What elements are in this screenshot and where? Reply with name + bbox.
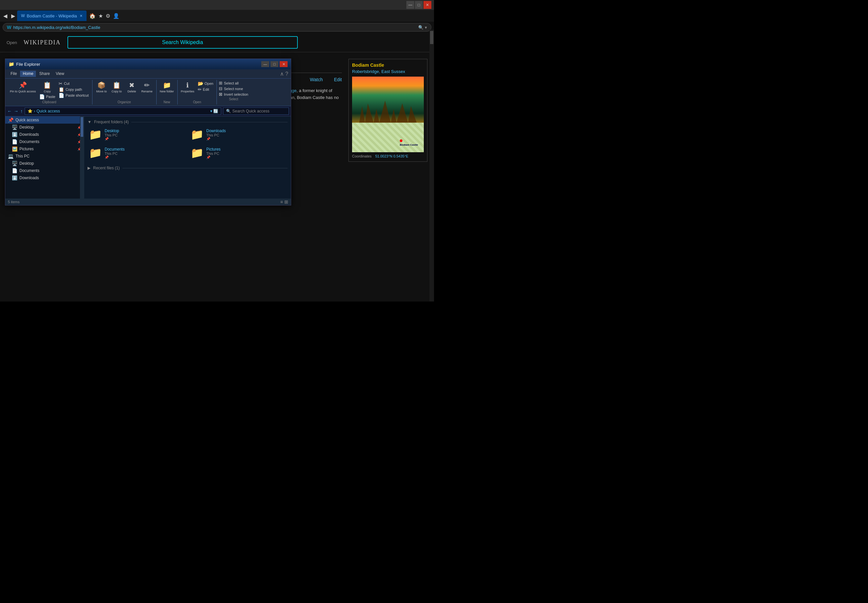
view-list-button[interactable]: ≡ xyxy=(281,199,283,204)
paste-shortcut-button[interactable]: 📄 Paste shortcut xyxy=(57,93,90,98)
browser-scrollbar[interactable] xyxy=(429,29,434,302)
sidebar-item-downloads[interactable]: ⬇️ Downloads 📌 xyxy=(5,131,84,138)
cut-icon: ✂ xyxy=(59,81,62,86)
close-button[interactable]: ✕ xyxy=(423,1,431,9)
maximize-button[interactable]: □ xyxy=(415,1,423,9)
menu-home[interactable]: Home xyxy=(20,71,36,77)
forward-button[interactable]: ▶ xyxy=(9,11,17,20)
view-grid-button[interactable]: ⊞ xyxy=(284,199,288,204)
copy-path-button[interactable]: 📋 Copy path xyxy=(57,87,90,93)
list-item[interactable]: 📁 Documents This PC 📌 xyxy=(88,145,186,161)
infobox-location[interactable]: Robertsbridge, East Sussex xyxy=(352,69,424,74)
sidebar-item-pictures[interactable]: 🖼️ Pictures 📌 xyxy=(5,145,84,153)
sidebar-item-desktop[interactable]: 🖥️ Desktop 📌 xyxy=(5,124,84,131)
minimize-button[interactable]: — xyxy=(406,1,414,9)
sidebar-this-pc-desktop[interactable]: 🖥️ Desktop xyxy=(5,160,84,167)
sidebar-this-pc-downloads[interactable]: ⬇️ Downloads xyxy=(5,174,84,181)
cut-button[interactable]: ✂ Cut xyxy=(57,80,90,87)
edit-button[interactable]: ✏ Edit xyxy=(197,87,215,93)
pictures-folder-loc: This PC xyxy=(206,152,220,156)
pin-to-quick-access-button[interactable]: 📌 Pin to Quick access xyxy=(9,80,37,94)
menu-view[interactable]: View xyxy=(53,71,67,77)
sidebar-this-pc-documents[interactable]: 📄 Documents xyxy=(5,167,84,174)
menu-share[interactable]: Share xyxy=(37,71,52,77)
clipboard-extra-buttons: ✂ Cut 📋 Copy path 📄 Paste shortcut xyxy=(57,80,90,98)
sidebar-this-pc[interactable]: 💻 This PC xyxy=(5,153,84,160)
wiki-header: Open WIKIPEDIA xyxy=(0,33,434,52)
sidebar-item-documents[interactable]: 📄 Documents 📌 xyxy=(5,138,84,145)
documents-folder-name: Documents xyxy=(105,147,125,152)
desktop-folder-loc: This PC xyxy=(105,133,119,137)
this-pc-desktop-label: Desktop xyxy=(19,161,34,166)
paste-button[interactable]: 📄 Paste xyxy=(38,94,57,100)
new-buttons: 📁 New folder xyxy=(159,80,175,100)
fe-minimize-button[interactable]: — xyxy=(261,61,269,67)
infobox: Bodiam Castle Robertsbridge, East Sussex… xyxy=(349,59,428,162)
recent-files-header[interactable]: ▶ Recent files (1) xyxy=(88,166,288,170)
copy-button[interactable]: 📋 Copy xyxy=(38,80,57,94)
file-explorer-window: 📁 File Explorer — □ ✕ File Home Share Vi… xyxy=(5,59,291,206)
edit-link[interactable]: Edit xyxy=(334,77,342,82)
wiki-open-label[interactable]: Open xyxy=(6,40,17,45)
open-button[interactable]: 📂 Open xyxy=(197,80,215,87)
fe-close-button[interactable]: ✕ xyxy=(280,61,288,67)
settings-icon[interactable]: ⚙ xyxy=(105,13,110,19)
fe-folder-icon: 📁 xyxy=(9,62,14,67)
pictures-folder-name: Pictures xyxy=(206,147,220,152)
address-bar-row: W https://en.m.wikipedia.org/wiki/Bodiam… xyxy=(0,22,434,33)
browser-window: — □ ✕ ◀ ▶ W Bodiam Castle - Wikipedia ✕ … xyxy=(0,0,434,302)
frequent-folders-header[interactable]: ▼ Frequent folders (4) xyxy=(88,120,288,124)
properties-button[interactable]: ℹ Properties xyxy=(180,80,196,94)
back-button[interactable]: ◀ xyxy=(1,11,9,20)
select-all-button[interactable]: ⊞ Select all xyxy=(219,80,248,85)
folders-grid: 📁 Desktop This PC 📌 📁 Downloads xyxy=(88,127,288,161)
copy-to-button[interactable]: 📋 Copy to xyxy=(110,80,124,94)
sidebar-item-quick-access[interactable]: 📌 Quick access xyxy=(5,116,84,124)
list-item[interactable]: 📁 Pictures This PC 📌 xyxy=(189,145,288,161)
fe-window-buttons: — □ ✕ xyxy=(261,61,288,67)
list-item[interactable]: 📁 Desktop This PC 📌 xyxy=(88,127,186,142)
desktop-icon: 🖥️ xyxy=(12,125,17,130)
select-buttons: ⊞ Select all ⊟ Select none ⊠ Invert sele… xyxy=(219,80,248,97)
clipboard-small-buttons: 📋 Copy 📄 Paste xyxy=(38,80,57,100)
pictures-label: Pictures xyxy=(19,147,34,151)
rename-icon: ✏ xyxy=(144,81,150,89)
organize-group: 📦 Move to 📋 Copy to ✖ Delete ✏ xyxy=(93,80,157,105)
coordinates-value[interactable]: 51.0023°N 0.5435°E xyxy=(375,154,408,158)
list-item[interactable]: 📁 Downloads This PC 📌 xyxy=(189,127,288,142)
this-pc-desktop-icon: 🖥️ xyxy=(12,161,17,166)
clipboard-group: 📌 Pin to Quick access 📋 Copy 📄 Paste xyxy=(6,80,93,105)
invert-selection-button[interactable]: ⊠ Invert selection xyxy=(219,92,248,97)
wiki-search-input[interactable] xyxy=(67,36,298,49)
address-bar[interactable]: W https://en.m.wikipedia.org/wiki/Bodiam… xyxy=(3,23,431,32)
select-none-button[interactable]: ⊟ Select none xyxy=(219,86,248,91)
user-icon[interactable]: 👤 xyxy=(113,13,119,19)
tab-close-icon[interactable]: ✕ xyxy=(80,14,82,18)
fe-forward-button[interactable]: → xyxy=(14,108,19,114)
breadcrumb-dropdown-icon[interactable]: ▾ 🔄 xyxy=(210,109,218,113)
fe-back-button[interactable]: ← xyxy=(7,108,12,114)
paste-icon: 📄 xyxy=(39,94,45,99)
fe-up-button[interactable]: ↑ xyxy=(20,108,23,114)
favorites-icon[interactable]: ★ xyxy=(98,13,103,19)
tab-favicon: W xyxy=(21,14,25,18)
this-pc-documents-icon: 📄 xyxy=(12,168,17,173)
move-to-button[interactable]: 📦 Move to xyxy=(95,80,109,94)
tab-bar: ◀ ▶ W Bodiam Castle - Wikipedia ✕ 🏠 ★ ⚙ … xyxy=(0,10,434,22)
new-folder-button[interactable]: 📁 New folder xyxy=(159,80,175,94)
fe-breadcrumb[interactable]: ⭐ › Quick access ▾ 🔄 xyxy=(25,108,221,115)
search-dropdown-icon[interactable]: 🔍 ▾ xyxy=(418,25,427,30)
rename-button[interactable]: ✏ Rename xyxy=(140,80,154,94)
fe-maximize-button[interactable]: □ xyxy=(270,61,278,67)
edit-icon: ✏ xyxy=(198,87,202,92)
desktop-label: Desktop xyxy=(19,125,34,130)
home-icon[interactable]: 🏠 xyxy=(89,13,96,19)
browser-tab[interactable]: W Bodiam Castle - Wikipedia ✕ xyxy=(17,11,87,21)
watch-link[interactable]: Watch xyxy=(310,77,323,82)
fe-search-box[interactable]: 🔍 Search Quick access xyxy=(223,108,289,115)
select-all-icon: ⊞ xyxy=(219,80,222,85)
menu-file[interactable]: File xyxy=(8,71,19,77)
ribbon-collapse-icon[interactable]: ∧ ? xyxy=(280,71,288,77)
fe-status-bar: 5 items ≡ ⊞ xyxy=(5,199,291,205)
delete-button[interactable]: ✖ Delete xyxy=(125,80,139,94)
